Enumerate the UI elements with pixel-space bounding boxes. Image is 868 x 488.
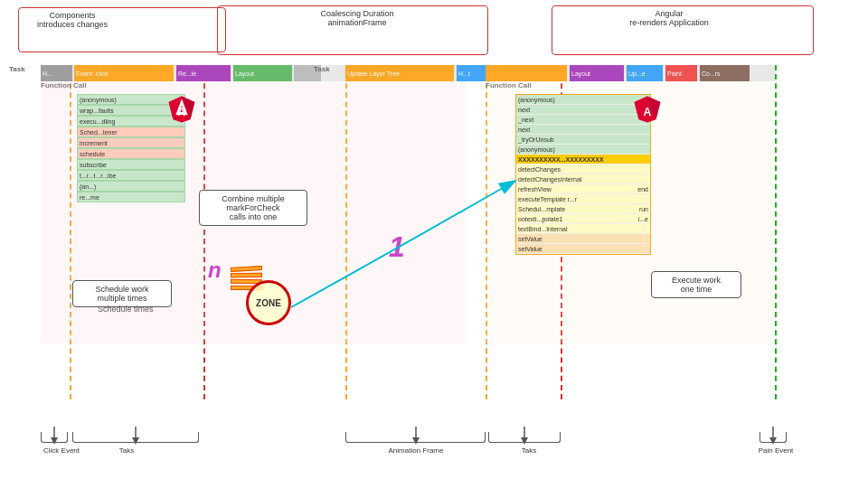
zone-circle: ZONE [246,280,291,325]
task-label-right: Task [314,65,330,73]
schedule-callout: Schedule workmultiple times [72,280,172,307]
click-event-label: Click Event [34,446,89,455]
coalescing-box [217,5,488,55]
n-label: n [208,258,222,283]
right-call-stack: (anonymous) next _next next _tryOrUnsub … [515,94,651,255]
right-track-bg: Update Layer Tree H...t [345,65,508,81]
combine-callout: Combine multiplemarkForCheckcalls into o… [199,190,307,226]
block-layout-right: Layout [570,65,624,81]
execute-callout: Execute workone time [651,271,741,298]
angular-logo-left: A [167,95,196,124]
svg-text:A: A [178,106,186,118]
block-co: Co...rs [700,65,750,81]
brace-pain-event [760,432,787,443]
angular-box [552,5,814,55]
block-animation-orange [486,65,567,81]
svg-text:A: A [644,106,652,118]
block-event-click: Event: click [74,65,174,81]
animation-frame-bottom-label: Animation Frame [375,446,457,455]
animation-track-bg: Layout Up...e Paint Co...rs [486,65,775,81]
main-container: Componentsintroduces changes Coalescing … [0,0,868,488]
pain-event-label: Pain Event [744,446,807,455]
taks-left-label: Taks [99,446,154,455]
brace-animation [345,432,486,443]
block-paint: Paint [665,65,697,81]
block-update-layer: Update Layer Tree [345,65,454,81]
taks-right-label: Taks [502,446,556,455]
dashed-line-6 [775,65,777,399]
block-h: H... [41,65,72,81]
brace-taks-left [72,432,199,443]
block-ht: H...t [457,65,488,81]
brace-taks-right [488,432,561,443]
brace-click-event [41,432,68,443]
angular-logo-right: A [633,95,662,124]
block-layout-left: Layout [233,65,292,81]
one-label: 1 [389,230,405,264]
block-rele: Re...le [176,65,231,81]
components-box [18,7,226,52]
block-up: Up...e [627,65,663,81]
schedule-times-label: Schedule times [98,305,154,314]
task-label-left: Task [9,65,25,73]
